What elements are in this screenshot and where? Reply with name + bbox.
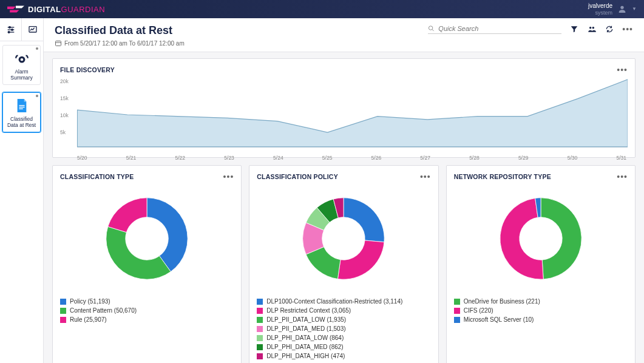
donut-chart[interactable] — [492, 190, 589, 287]
area-svg — [60, 78, 628, 151]
panel-more-icon[interactable]: ••• — [617, 65, 628, 75]
legend-item[interactable]: Content Pattern (50,670) — [60, 306, 234, 315]
legend-item[interactable]: DLP_PII_DATA_LOW (1,935) — [257, 315, 430, 324]
legend-item[interactable]: DLP_PHI_DATA_LOW (864) — [257, 333, 430, 342]
legend-swatch — [257, 299, 263, 305]
sidebar-item-alarm-summary[interactable]: Alarm Summary — [2, 45, 41, 85]
more-icon[interactable]: ••• — [622, 24, 633, 34]
legend-label: DLP Restricted Context (3,065) — [266, 307, 351, 314]
x-tick: 5/31 — [616, 155, 626, 161]
legend-item[interactable]: DLP_PII_DATA_MED (1,503) — [257, 324, 430, 333]
legend-item[interactable]: CIFS (220) — [454, 306, 628, 315]
header-actions: ••• — [428, 24, 633, 34]
search-icon — [428, 25, 435, 32]
legend-item[interactable]: OneDrive for Business (221) — [454, 297, 628, 306]
user-name: jvalverde — [588, 2, 612, 10]
user-sub: system — [588, 10, 612, 16]
legend-label: DLP_PHI_DATA_LOW (864) — [266, 334, 344, 341]
logo: DIGITALGUARDIAN — [7, 5, 105, 14]
y-tick: 5k — [60, 129, 69, 135]
legend-label: Policy (51,193) — [70, 298, 110, 305]
svg-rect-13 — [56, 41, 61, 46]
svg-rect-10 — [19, 105, 24, 106]
calendar-icon — [55, 39, 62, 47]
legend: OneDrive for Business (221)CIFS (220)Mic… — [454, 297, 628, 324]
legend-label: Content Pattern (50,670) — [70, 307, 137, 314]
sliders-icon — [6, 25, 16, 35]
rail-tab-chart[interactable] — [22, 18, 43, 41]
user-avatar-icon — [617, 4, 627, 14]
legend-item[interactable]: Policy (51,193) — [60, 297, 234, 306]
legend-label: Microsoft SQL Server (10) — [464, 316, 534, 323]
x-tick: 5/21 — [126, 155, 137, 161]
x-axis-labels: 5/205/215/225/235/245/255/265/275/285/29… — [60, 155, 628, 161]
legend-label: DLP_PHI_DATA_HIGH (474) — [266, 353, 345, 359]
panel-more-icon[interactable]: ••• — [617, 172, 628, 182]
y-axis-labels: 20k15k10k5k — [60, 78, 69, 135]
x-tick: 5/24 — [273, 155, 283, 161]
panel-title: NETWORK REPOSITORY TYPE — [454, 173, 551, 180]
filter-icon[interactable] — [570, 25, 578, 33]
panel-title: CLASSIFICATION POLICY — [257, 173, 338, 180]
legend-item[interactable]: Rule (25,907) — [60, 315, 234, 324]
search-wrap[interactable] — [428, 25, 561, 34]
date-range[interactable]: From 5/20/17 12:00 am To 6/01/17 12:00 a… — [55, 39, 185, 47]
legend-label: DLP1000-Context Classification-Restricte… — [266, 298, 402, 305]
svg-point-5 — [11, 29, 13, 30]
panel-more-icon[interactable]: ••• — [420, 172, 431, 182]
file-icon — [14, 98, 30, 114]
donut-chart[interactable] — [295, 190, 392, 287]
legend-swatch — [454, 317, 460, 323]
sidebar-item-classified-data[interactable]: Classified Data at Rest — [2, 92, 41, 132]
search-input[interactable] — [438, 25, 561, 32]
svg-rect-11 — [19, 107, 24, 107]
legend: DLP1000-Context Classification-Restricte… — [257, 297, 430, 361]
donut-chart[interactable] — [98, 190, 195, 287]
svg-point-17 — [589, 27, 592, 29]
legend-item[interactable]: DLP_PHI_DATA_HIGH (474) — [257, 351, 430, 361]
people-icon[interactable] — [587, 25, 597, 33]
page-header: Classified Data at Rest From 5/20/17 12:… — [44, 18, 644, 52]
y-tick: 20k — [60, 78, 69, 84]
card-badge — [36, 95, 38, 97]
area-chart[interactable]: 20k15k10k5k 5/205/215/225/235/245/255/26… — [60, 78, 628, 151]
legend-swatch — [257, 353, 263, 359]
legend-item[interactable]: DLP_PHI_DATA_MED (862) — [257, 342, 430, 351]
refresh-icon[interactable] — [605, 25, 614, 33]
svg-point-6 — [8, 31, 10, 33]
legend-swatch — [454, 299, 460, 305]
chart-icon — [28, 25, 38, 35]
legend-swatch — [60, 317, 66, 323]
rail-top-tabs — [0, 18, 43, 41]
y-tick: 10k — [60, 112, 69, 118]
svg-point-18 — [592, 27, 595, 29]
sidebar-item-label: Alarm Summary — [4, 69, 39, 81]
x-tick: 5/29 — [518, 155, 529, 161]
x-tick: 5/27 — [420, 155, 430, 161]
logo-wing-icon — [7, 5, 24, 13]
alarm-icon — [14, 50, 30, 66]
page-title: Classified Data at Rest — [55, 24, 185, 37]
legend-item[interactable]: Microsoft SQL Server (10) — [454, 315, 628, 324]
legend-item[interactable]: DLP1000-Context Classification-Restricte… — [257, 297, 430, 306]
legend-label: DLP_PII_DATA_MED (1,503) — [266, 325, 345, 332]
rail-tab-controls[interactable] — [0, 18, 22, 41]
panel-classification-policy: CLASSIFICATION POLICY ••• DLP1000-Contex… — [249, 165, 438, 363]
svg-point-9 — [20, 58, 22, 61]
brand-text: DIGITALGUARDIAN — [28, 5, 105, 14]
legend-swatch — [454, 308, 460, 314]
x-tick: 5/30 — [568, 155, 578, 161]
x-tick: 5/26 — [371, 155, 382, 161]
legend-swatch — [257, 317, 263, 323]
x-tick: 5/23 — [224, 155, 234, 161]
panel-classification-type: CLASSIFICATION TYPE ••• Policy (51,193)C… — [52, 165, 242, 363]
svg-point-15 — [429, 25, 433, 29]
svg-line-16 — [432, 29, 434, 31]
legend-swatch — [257, 335, 263, 341]
user-area[interactable]: jvalverde system ▼ — [588, 2, 637, 16]
panel-more-icon[interactable]: ••• — [223, 172, 234, 182]
brand-part2: GUARDIAN — [61, 5, 106, 14]
svg-point-4 — [8, 26, 10, 28]
legend-item[interactable]: DLP Restricted Context (3,065) — [257, 306, 430, 315]
panel-title: CLASSIFICATION TYPE — [60, 173, 134, 180]
